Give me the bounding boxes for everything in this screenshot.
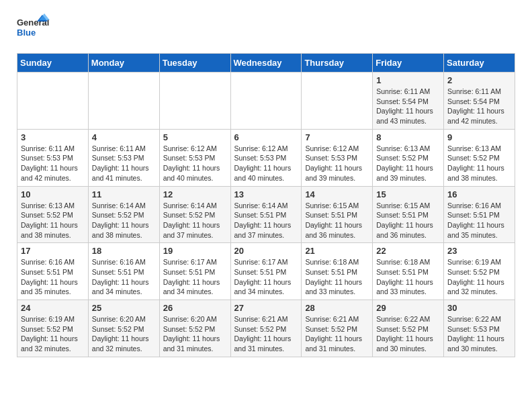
calendar-cell: [302, 73, 373, 130]
day-info: Sunrise: 6:11 AM Sunset: 5:53 PM Dayligh…: [92, 144, 156, 183]
calendar-cell: 21Sunrise: 6:18 AM Sunset: 5:51 PM Dayli…: [302, 243, 373, 300]
day-number: 28: [305, 303, 369, 313]
day-info: Sunrise: 6:20 AM Sunset: 5:52 PM Dayligh…: [163, 314, 227, 354]
day-info: Sunrise: 6:18 AM Sunset: 5:51 PM Dayligh…: [376, 257, 440, 297]
day-number: 25: [92, 303, 156, 313]
day-number: 6: [234, 132, 298, 142]
calendar-cell: 7Sunrise: 6:12 AM Sunset: 5:53 PM Daylig…: [302, 129, 373, 186]
calendar-cell: 22Sunrise: 6:18 AM Sunset: 5:51 PM Dayli…: [373, 243, 444, 300]
calendar-cell: 24Sunrise: 6:19 AM Sunset: 5:52 PM Dayli…: [17, 300, 89, 357]
calendar-cell: 15Sunrise: 6:15 AM Sunset: 5:51 PM Dayli…: [373, 186, 444, 243]
calendar-body: 1Sunrise: 6:11 AM Sunset: 5:54 PM Daylig…: [17, 73, 515, 357]
day-number: 3: [21, 132, 85, 142]
calendar-cell: 18Sunrise: 6:16 AM Sunset: 5:51 PM Dayli…: [88, 243, 159, 300]
calendar-cell: [230, 73, 302, 130]
day-info: Sunrise: 6:12 AM Sunset: 5:53 PM Dayligh…: [163, 144, 227, 183]
calendar-table: SundayMondayTuesdayWednesdayThursdayFrid…: [17, 53, 515, 357]
weekday-header: Sunday: [17, 54, 89, 73]
weekday-header: Wednesday: [230, 54, 302, 73]
day-info: Sunrise: 6:12 AM Sunset: 5:53 PM Dayligh…: [305, 144, 369, 183]
day-number: 13: [234, 189, 298, 199]
calendar-week-row: 17Sunrise: 6:16 AM Sunset: 5:51 PM Dayli…: [17, 243, 515, 300]
day-info: Sunrise: 6:13 AM Sunset: 5:52 PM Dayligh…: [376, 144, 440, 183]
calendar-week-row: 1Sunrise: 6:11 AM Sunset: 5:54 PM Daylig…: [17, 73, 515, 130]
calendar-cell: [159, 73, 230, 130]
day-info: Sunrise: 6:12 AM Sunset: 5:53 PM Dayligh…: [234, 144, 298, 183]
weekday-header: Thursday: [302, 54, 373, 73]
calendar-cell: 8Sunrise: 6:13 AM Sunset: 5:52 PM Daylig…: [373, 129, 444, 186]
day-number: 27: [234, 303, 298, 313]
day-number: 14: [305, 189, 369, 199]
day-number: 22: [376, 246, 440, 256]
day-info: Sunrise: 6:11 AM Sunset: 5:54 PM Dayligh…: [447, 87, 511, 126]
day-number: 24: [21, 303, 85, 313]
day-info: Sunrise: 6:22 AM Sunset: 5:52 PM Dayligh…: [376, 314, 440, 354]
day-number: 17: [21, 246, 85, 256]
calendar-cell: 9Sunrise: 6:13 AM Sunset: 5:52 PM Daylig…: [444, 129, 515, 186]
calendar-cell: 19Sunrise: 6:17 AM Sunset: 5:51 PM Dayli…: [159, 243, 230, 300]
calendar-week-row: 10Sunrise: 6:13 AM Sunset: 5:52 PM Dayli…: [17, 186, 515, 243]
calendar-cell: 4Sunrise: 6:11 AM Sunset: 5:53 PM Daylig…: [88, 129, 159, 186]
calendar-cell: 30Sunrise: 6:22 AM Sunset: 5:53 PM Dayli…: [444, 300, 515, 357]
day-number: 20: [234, 246, 298, 256]
logo-svg: General Blue: [17, 13, 50, 43]
day-info: Sunrise: 6:16 AM Sunset: 5:51 PM Dayligh…: [21, 257, 85, 297]
calendar-cell: 17Sunrise: 6:16 AM Sunset: 5:51 PM Dayli…: [17, 243, 89, 300]
day-info: Sunrise: 6:17 AM Sunset: 5:51 PM Dayligh…: [234, 257, 298, 297]
calendar-cell: 28Sunrise: 6:21 AM Sunset: 5:52 PM Dayli…: [302, 300, 373, 357]
day-number: 30: [447, 303, 511, 313]
calendar-cell: 13Sunrise: 6:14 AM Sunset: 5:51 PM Dayli…: [230, 186, 302, 243]
day-info: Sunrise: 6:13 AM Sunset: 5:52 PM Dayligh…: [21, 201, 85, 240]
day-number: 10: [21, 189, 85, 199]
day-number: 9: [447, 132, 511, 142]
calendar-week-row: 3Sunrise: 6:11 AM Sunset: 5:53 PM Daylig…: [17, 129, 515, 186]
calendar-cell: 23Sunrise: 6:19 AM Sunset: 5:52 PM Dayli…: [444, 243, 515, 300]
calendar-cell: 6Sunrise: 6:12 AM Sunset: 5:53 PM Daylig…: [230, 129, 302, 186]
day-number: 18: [92, 246, 156, 256]
day-number: 1: [376, 75, 440, 85]
weekday-header: Saturday: [444, 54, 515, 73]
day-info: Sunrise: 6:18 AM Sunset: 5:51 PM Dayligh…: [305, 257, 369, 297]
day-number: 21: [305, 246, 369, 256]
day-number: 12: [163, 189, 227, 199]
day-info: Sunrise: 6:16 AM Sunset: 5:51 PM Dayligh…: [92, 257, 156, 297]
day-number: 8: [376, 132, 440, 142]
day-number: 23: [447, 246, 511, 256]
calendar-cell: 5Sunrise: 6:12 AM Sunset: 5:53 PM Daylig…: [159, 129, 230, 186]
day-info: Sunrise: 6:11 AM Sunset: 5:53 PM Dayligh…: [21, 144, 85, 183]
day-info: Sunrise: 6:21 AM Sunset: 5:52 PM Dayligh…: [234, 314, 298, 354]
day-info: Sunrise: 6:22 AM Sunset: 5:53 PM Dayligh…: [447, 314, 511, 354]
day-info: Sunrise: 6:14 AM Sunset: 5:52 PM Dayligh…: [163, 201, 227, 240]
day-info: Sunrise: 6:14 AM Sunset: 5:51 PM Dayligh…: [234, 201, 298, 240]
day-info: Sunrise: 6:15 AM Sunset: 5:51 PM Dayligh…: [376, 201, 440, 240]
day-info: Sunrise: 6:16 AM Sunset: 5:51 PM Dayligh…: [447, 201, 511, 240]
calendar-cell: 25Sunrise: 6:20 AM Sunset: 5:52 PM Dayli…: [88, 300, 159, 357]
weekday-header: Monday: [88, 54, 159, 73]
day-number: 15: [376, 189, 440, 199]
calendar-header: SundayMondayTuesdayWednesdayThursdayFrid…: [17, 54, 515, 73]
day-number: 11: [92, 189, 156, 199]
day-info: Sunrise: 6:14 AM Sunset: 5:52 PM Dayligh…: [92, 201, 156, 240]
calendar-week-row: 24Sunrise: 6:19 AM Sunset: 5:52 PM Dayli…: [17, 300, 515, 357]
day-number: 26: [163, 303, 227, 313]
calendar-cell: 10Sunrise: 6:13 AM Sunset: 5:52 PM Dayli…: [17, 186, 89, 243]
day-info: Sunrise: 6:11 AM Sunset: 5:54 PM Dayligh…: [376, 87, 440, 126]
calendar-cell: 2Sunrise: 6:11 AM Sunset: 5:54 PM Daylig…: [444, 73, 515, 130]
calendar-cell: 26Sunrise: 6:20 AM Sunset: 5:52 PM Dayli…: [159, 300, 230, 357]
calendar-cell: 1Sunrise: 6:11 AM Sunset: 5:54 PM Daylig…: [373, 73, 444, 130]
weekday-header: Tuesday: [159, 54, 230, 73]
calendar-cell: 3Sunrise: 6:11 AM Sunset: 5:53 PM Daylig…: [17, 129, 89, 186]
day-info: Sunrise: 6:19 AM Sunset: 5:52 PM Dayligh…: [447, 257, 511, 297]
day-info: Sunrise: 6:21 AM Sunset: 5:52 PM Dayligh…: [305, 314, 369, 354]
calendar-cell: 27Sunrise: 6:21 AM Sunset: 5:52 PM Dayli…: [230, 300, 302, 357]
day-info: Sunrise: 6:13 AM Sunset: 5:52 PM Dayligh…: [447, 144, 511, 183]
page-header: General Blue: [17, 13, 515, 43]
weekday-row: SundayMondayTuesdayWednesdayThursdayFrid…: [17, 54, 515, 73]
day-info: Sunrise: 6:17 AM Sunset: 5:51 PM Dayligh…: [163, 257, 227, 297]
calendar-cell: [17, 73, 89, 130]
day-number: 5: [163, 132, 227, 142]
svg-marker-3: [39, 13, 50, 20]
calendar-cell: 16Sunrise: 6:16 AM Sunset: 5:51 PM Dayli…: [444, 186, 515, 243]
weekday-header: Friday: [373, 54, 444, 73]
calendar-cell: 14Sunrise: 6:15 AM Sunset: 5:51 PM Dayli…: [302, 186, 373, 243]
